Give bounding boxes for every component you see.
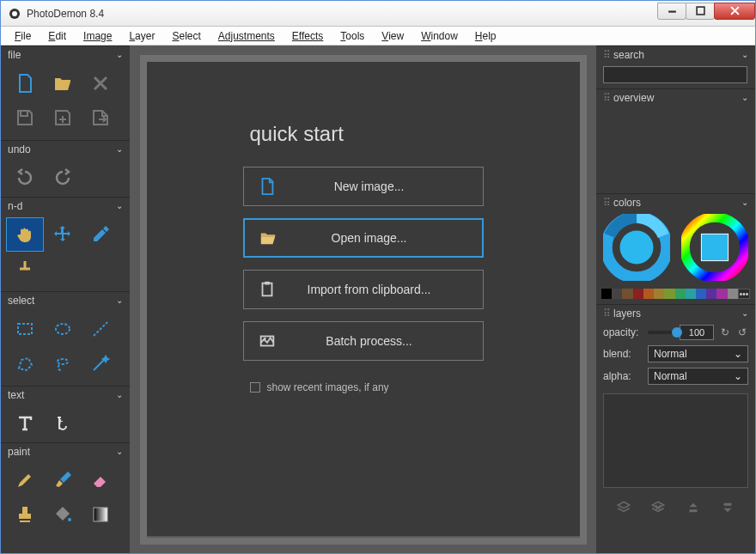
save-tool[interactable] [6, 100, 44, 135]
open-file-tool[interactable] [44, 66, 82, 100]
ellipse-select-tool[interactable] [44, 312, 82, 346]
menu-image[interactable]: Image [75, 28, 120, 44]
save-copy-tool[interactable] [44, 100, 82, 135]
section-paint[interactable]: paint ⌄ [1, 442, 130, 460]
pencil-tool[interactable] [6, 463, 44, 497]
color-picker-tool[interactable] [82, 217, 119, 252]
quick-start-panel: quick start New image... Open image... I… [147, 62, 580, 536]
import-clipboard-label: Import from clipboard... [290, 283, 483, 296]
color-wheel-right[interactable] [681, 214, 748, 283]
menu-tools[interactable]: Tools [332, 28, 373, 44]
menu-file[interactable]: File [6, 28, 40, 44]
color-wheel-left[interactable] [603, 214, 670, 283]
typography-tool[interactable]: t [44, 406, 82, 441]
stamp-tool[interactable] [6, 497, 44, 532]
app-window: PhotoDemon 8.4 File Edit Image Layer Sel… [0, 0, 756, 554]
open-image-icon [245, 228, 291, 247]
section-nd[interactable]: n-d ⌄ [1, 197, 130, 214]
search-input[interactable] [603, 66, 747, 83]
menu-layer[interactable]: Layer [120, 28, 163, 44]
opacity-slider[interactable] [648, 331, 674, 334]
export-tool[interactable] [82, 100, 119, 135]
blend-value: Normal [654, 348, 687, 360]
colors-header[interactable]: ⠿colors ⌄ [596, 193, 755, 210]
import-clipboard-button[interactable]: Import from clipboard... [243, 270, 484, 309]
chevron-down-icon: ⌄ [116, 447, 123, 456]
show-recent-label: show recent images, if any [267, 381, 389, 393]
section-undo[interactable]: undo ⌄ [1, 140, 130, 157]
menu-view[interactable]: View [373, 28, 412, 44]
line-select-tool[interactable] [82, 312, 119, 346]
maximize-button[interactable] [686, 3, 715, 20]
menu-edit[interactable]: Edit [40, 28, 75, 44]
add-layer-icon[interactable] [616, 500, 631, 518]
right-panel: ⠿search ⌄ ⠿overview ⌄ ⠿colors ⌄ [596, 46, 755, 553]
wand-select-tool[interactable] [82, 346, 119, 380]
fill-tool[interactable] [44, 497, 82, 532]
overview-panel [596, 106, 755, 193]
redo-tool[interactable] [44, 161, 82, 195]
more-swatches-button[interactable]: ••• [738, 289, 750, 299]
opacity-reset-icon[interactable]: ↻ [719, 326, 731, 338]
alpha-value: Normal [654, 370, 687, 382]
hand-tool[interactable] [6, 217, 44, 252]
section-text-label: text [8, 389, 24, 401]
minimize-button[interactable] [657, 3, 686, 20]
show-recent-checkbox[interactable]: show recent images, if any [250, 381, 389, 393]
svg-text:t: t [58, 414, 63, 433]
alpha-label: alpha: [603, 370, 643, 382]
poly-select-tool[interactable] [6, 346, 44, 380]
section-select-label: select [8, 295, 34, 307]
close-button[interactable] [714, 3, 755, 20]
opacity-label: opacity: [603, 326, 643, 338]
app-icon [8, 7, 21, 21]
menu-effects[interactable]: Effects [284, 28, 332, 44]
section-nd-label: n-d [8, 200, 22, 212]
layers-panel: opacity: ↻ ↺ blend: Normal ⌄ alpha: [596, 321, 755, 528]
eraser-tool[interactable] [82, 463, 119, 497]
batch-label: Batch process... [290, 334, 483, 348]
grip-icon: ⠿ [603, 92, 610, 104]
rect-select-tool[interactable] [6, 312, 44, 346]
text-tool[interactable] [6, 406, 44, 441]
svg-point-9 [68, 518, 71, 521]
menu-select[interactable]: Select [163, 28, 209, 44]
new-image-label: New image... [290, 180, 483, 193]
section-select[interactable]: select ⌄ [1, 291, 130, 308]
chevron-down-icon: ⌄ [734, 348, 742, 360]
section-text[interactable]: text ⌄ [1, 386, 130, 403]
opacity-input[interactable] [680, 325, 714, 340]
color-swatches[interactable]: ••• [601, 289, 750, 299]
section-file[interactable]: file ⌄ [1, 46, 130, 63]
overview-header[interactable]: ⠿overview ⌄ [596, 88, 755, 106]
layer-up-icon[interactable] [686, 500, 701, 518]
blend-dropdown[interactable]: Normal ⌄ [648, 345, 748, 362]
colors-panel: ••• [596, 210, 755, 304]
brush-tool[interactable] [44, 463, 82, 497]
menu-adjustments[interactable]: Adjustments [210, 28, 284, 44]
alpha-dropdown[interactable]: Normal ⌄ [648, 368, 748, 385]
new-image-button[interactable]: New image... [243, 167, 484, 206]
chevron-down-icon: ⌄ [116, 390, 123, 399]
open-image-button[interactable]: Open image... [243, 218, 484, 258]
layer-down-icon[interactable] [720, 500, 735, 518]
close-file-tool[interactable] [82, 66, 119, 100]
search-header[interactable]: ⠿search ⌄ [596, 46, 755, 63]
svg-point-5 [56, 324, 70, 334]
new-file-tool[interactable] [6, 66, 44, 100]
layers-header[interactable]: ⠿layers ⌄ [596, 304, 755, 321]
layer-list[interactable] [603, 393, 748, 488]
menu-window[interactable]: Window [412, 28, 466, 44]
delete-layer-icon[interactable] [650, 500, 666, 518]
menu-help[interactable]: Help [466, 28, 505, 44]
move-tool[interactable] [44, 217, 82, 252]
gradient-tool[interactable] [82, 497, 119, 532]
lasso-select-tool[interactable] [44, 346, 82, 380]
chevron-down-icon: ⌄ [741, 198, 748, 207]
undo-tool[interactable] [6, 161, 44, 195]
batch-process-button[interactable]: Batch process... [243, 321, 484, 361]
opacity-revert-icon[interactable]: ↺ [736, 326, 748, 338]
chevron-down-icon: ⌄ [741, 93, 748, 102]
measure-tool[interactable] [6, 252, 44, 286]
chevron-down-icon: ⌄ [741, 50, 748, 59]
